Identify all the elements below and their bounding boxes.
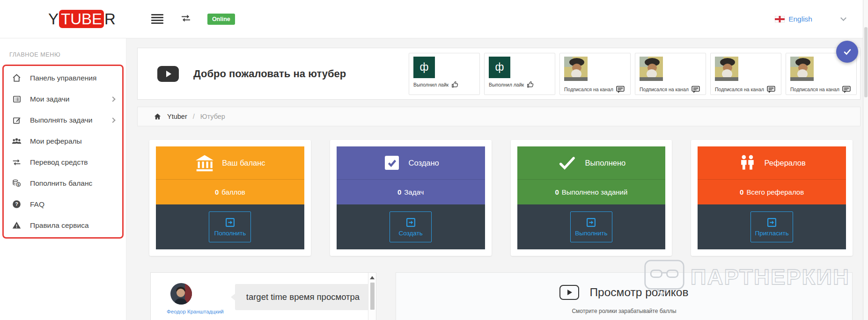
- invite-button[interactable]: Пригласить: [750, 211, 793, 242]
- scroll-thumb[interactable]: [370, 283, 375, 310]
- video-panel-subtitle: Смотрите ролики зарабатывайте баллы: [396, 308, 852, 314]
- sidebar-item-rules[interactable]: Правила сервиса: [4, 215, 122, 236]
- create-button[interactable]: Создать: [390, 211, 432, 242]
- task-list-icon: [10, 95, 23, 104]
- checkmark-icon: [557, 153, 577, 172]
- logo-text-post: R: [104, 10, 116, 28]
- video-panel-title: Просмотр роликов: [589, 286, 688, 299]
- task-card-like[interactable]: ф Выполнил лайк: [409, 53, 480, 95]
- arrow-box-icon: [225, 218, 235, 227]
- stat-card-title: Рефералов: [764, 159, 805, 167]
- stat-value-label: баллов: [221, 188, 245, 196]
- bank-icon: [195, 154, 214, 172]
- sidebar-item-dashboard[interactable]: Панель управления: [4, 67, 122, 88]
- sidebar-item-label: Перевод средств: [30, 158, 88, 167]
- recent-tasks-strip: ф Выполнил лайк ф Выполнил лайк: [409, 53, 857, 95]
- check-icon: [842, 47, 853, 57]
- home-icon: [10, 73, 23, 83]
- app-logo[interactable]: YTUBER: [48, 10, 116, 28]
- warning-icon: [10, 220, 23, 230]
- stat-cards-row: Ваш баланс 0 баллов Пополнить Создано: [149, 140, 853, 256]
- task-thumbnail: ф: [413, 57, 435, 78]
- task-card-subscribe[interactable]: Подписался на канал: [635, 53, 706, 95]
- checkbox-icon: [383, 153, 401, 172]
- task-card-subscribe[interactable]: Подписался на канал: [710, 53, 781, 95]
- chevron-down-icon[interactable]: [840, 15, 846, 21]
- sidebar-item-label: Пополнить баланс: [30, 179, 92, 188]
- avatar: [170, 283, 192, 305]
- transfer-arrows-icon[interactable]: [180, 14, 191, 25]
- scroll-up-icon[interactable]: [370, 276, 375, 279]
- arrow-box-icon: [586, 218, 596, 227]
- sidebar-item-label: Панель управления: [30, 74, 96, 82]
- comment-icon: [767, 86, 775, 94]
- chevron-right-icon: [110, 117, 115, 123]
- breadcrumb: Ytuber / Ютубер: [137, 107, 861, 126]
- play-outline-icon: [559, 285, 579, 300]
- stat-card-title: Создано: [409, 159, 439, 167]
- stat-value: 0: [740, 188, 743, 196]
- chat-message: Феодор Кранштадцкий target time время пр…: [151, 273, 376, 314]
- task-label: Выполнил лайк: [413, 82, 449, 87]
- svg-text:?: ?: [15, 201, 18, 207]
- sidebar-item-my-tasks[interactable]: Мои задачи: [4, 88, 122, 109]
- stat-value-label: Всего рефералов: [746, 188, 804, 196]
- arrow-box-icon: [767, 218, 777, 227]
- page-scroll-thumb[interactable]: [864, 27, 868, 97]
- sidebar-item-do-tasks[interactable]: Выполнять задачи: [4, 109, 122, 131]
- page-title: Добро пожаловать на ютубер: [193, 68, 346, 80]
- stat-card-referrals: Рефералов 0 Всего рефералов Пригласить: [691, 140, 853, 256]
- stat-value: 0: [397, 188, 401, 196]
- chat-bubble: target time время просмотра: [235, 284, 371, 310]
- task-label: Подписался на канал: [790, 87, 839, 92]
- stat-value-label: Задач: [404, 188, 424, 196]
- chat-widget: Феодор Кранштадцкий target time время пр…: [150, 272, 376, 320]
- coins-icon: $: [10, 178, 23, 188]
- task-label: Подписался на канал: [564, 87, 613, 92]
- sidebar-item-label: Выполнять задачи: [30, 116, 92, 124]
- stat-value: 0: [215, 188, 219, 196]
- sidebar-item-topup[interactable]: $ Пополнить баланс: [4, 173, 122, 194]
- chat-user-link[interactable]: Феодор Кранштадцкий: [167, 309, 224, 314]
- sidebar-item-label: Мои задачи: [30, 95, 69, 103]
- sidebar-item-referrals[interactable]: Мои рефералы: [4, 131, 122, 152]
- watch-videos-panel[interactable]: Просмотр роликов Смотрите ролики зарабат…: [396, 272, 853, 320]
- task-card-subscribe[interactable]: Подписался на канал: [559, 53, 631, 95]
- do-tasks-button[interactable]: Выполнить: [570, 211, 612, 242]
- topup-button[interactable]: Пополнить: [209, 211, 251, 242]
- play-icon: [157, 66, 179, 82]
- stat-value-label: Выполнено заданий: [562, 188, 627, 196]
- welcome-panel: Добро пожаловать на ютубер ф Выполнил ла…: [137, 48, 861, 100]
- thumbs-up-icon: [527, 81, 534, 88]
- sidebar-item-label: Правила сервиса: [30, 221, 89, 230]
- logo-red-box: TUBE: [59, 10, 104, 28]
- edit-icon: [10, 116, 23, 125]
- chevron-right-icon: [110, 96, 115, 102]
- task-photo-thumbnail: [564, 57, 588, 81]
- sidebar-item-faq[interactable]: ? FAQ: [4, 194, 122, 215]
- stat-value: 0: [555, 188, 559, 196]
- question-icon: ?: [10, 199, 23, 209]
- comment-icon: [842, 86, 851, 94]
- task-card-like[interactable]: ф Выполнил лайк: [484, 53, 555, 95]
- breadcrumb-root-link[interactable]: Ytuber: [167, 113, 187, 120]
- chat-scrollbar[interactable]: [368, 273, 376, 320]
- stat-card-title: Выполнено: [585, 159, 625, 167]
- language-selector[interactable]: English: [775, 15, 846, 23]
- task-photo-thumbnail: [790, 57, 814, 81]
- confirm-fab-button[interactable]: [836, 41, 858, 63]
- hamburger-menu-icon[interactable]: [149, 12, 165, 26]
- comment-icon: [691, 86, 700, 94]
- sidebar-item-transfer[interactable]: Перевод средств: [4, 152, 122, 173]
- thumbs-up-icon: [451, 81, 459, 88]
- page-scrollbar[interactable]: [863, 0, 868, 320]
- stat-card-title: Ваш баланс: [222, 159, 265, 167]
- svg-text:$: $: [17, 183, 19, 187]
- task-label: Подписался на канал: [640, 87, 689, 92]
- language-label: English: [788, 15, 812, 23]
- arrow-box-icon: [406, 218, 416, 227]
- england-flag-icon: [775, 16, 785, 22]
- task-thumbnail: ф: [489, 57, 510, 78]
- main-content: Добро пожаловать на ютубер ф Выполнил ла…: [126, 38, 868, 320]
- task-label: Выполнил лайк: [489, 82, 524, 87]
